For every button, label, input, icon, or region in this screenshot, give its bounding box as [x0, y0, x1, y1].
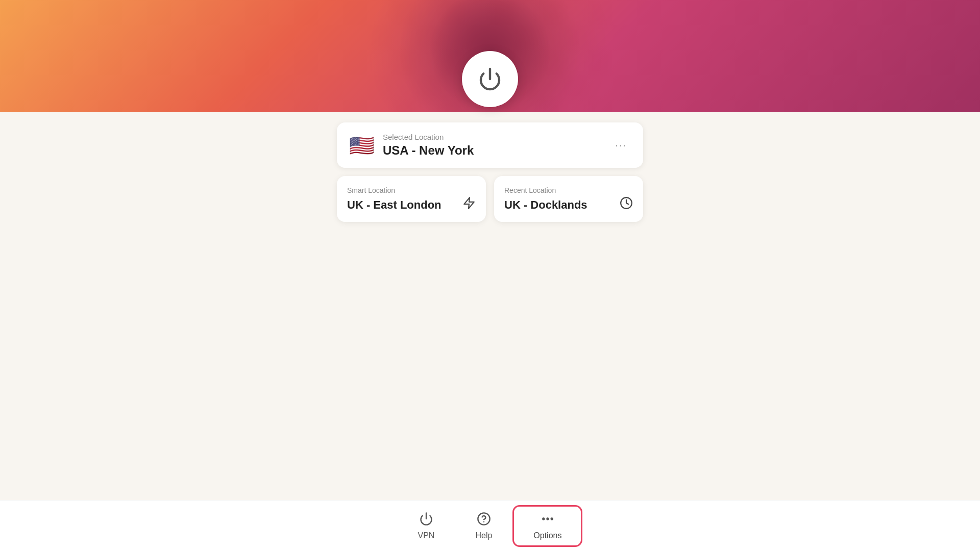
bottom-nav: VPN Help Options — [0, 500, 980, 551]
options-dots-icon — [541, 512, 555, 528]
svg-point-7 — [547, 518, 548, 519]
lightning-icon — [462, 196, 476, 212]
selected-location-name: USA - New York — [383, 143, 474, 158]
power-button-container — [462, 51, 518, 107]
usa-flag: 🇺🇸 — [349, 135, 375, 156]
options-nav-label: Options — [533, 531, 561, 540]
vpn-power-icon — [419, 512, 433, 528]
nav-item-help[interactable]: Help — [455, 506, 512, 546]
nav-item-vpn[interactable]: VPN — [398, 506, 455, 546]
svg-marker-1 — [464, 198, 474, 209]
main-content: 🇺🇸 Selected Location USA - New York ··· … — [337, 122, 643, 222]
power-button[interactable] — [462, 51, 518, 107]
svg-point-8 — [551, 518, 553, 519]
smart-location-name: UK - East London — [347, 198, 476, 212]
svg-point-6 — [543, 518, 544, 519]
selected-location-dots-button[interactable]: ··· — [611, 135, 631, 155]
selected-location-label: Selected Location — [383, 133, 474, 141]
selected-location-text: Selected Location USA - New York — [383, 133, 474, 158]
recent-location-name: UK - Docklands — [504, 198, 633, 212]
smart-location-card[interactable]: Smart Location UK - East London — [337, 176, 486, 222]
selected-location-card[interactable]: 🇺🇸 Selected Location USA - New York ··· — [337, 122, 643, 168]
power-icon — [478, 67, 502, 91]
nav-item-options[interactable]: Options — [512, 505, 582, 547]
help-nav-label: Help — [475, 531, 492, 540]
recent-location-card[interactable]: Recent Location UK - Docklands — [494, 176, 643, 222]
help-icon — [477, 512, 491, 528]
clock-icon — [620, 196, 633, 212]
location-cards-row: Smart Location UK - East London Recent L… — [337, 176, 643, 222]
recent-location-label: Recent Location — [504, 186, 633, 194]
vpn-nav-label: VPN — [418, 531, 435, 540]
selected-location-left: 🇺🇸 Selected Location USA - New York — [349, 133, 474, 158]
smart-location-label: Smart Location — [347, 186, 476, 194]
